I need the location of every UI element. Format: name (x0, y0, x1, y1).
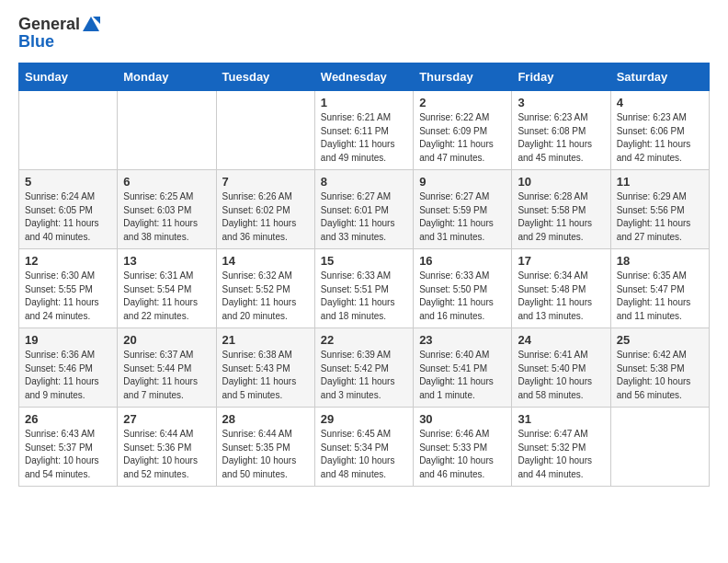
day-number: 16 (419, 254, 506, 268)
header: General Blue (18, 15, 710, 52)
calendar-cell: 12Sunrise: 6:30 AM Sunset: 5:55 PM Dayli… (19, 249, 118, 328)
calendar-cell: 14Sunrise: 6:32 AM Sunset: 5:52 PM Dayli… (216, 249, 314, 328)
calendar-cell: 30Sunrise: 6:46 AM Sunset: 5:33 PM Dayli… (414, 408, 512, 487)
calendar: SundayMondayTuesdayWednesdayThursdayFrid… (18, 63, 710, 487)
day-info: Sunrise: 6:43 AM Sunset: 5:37 PM Dayligh… (25, 428, 111, 481)
calendar-cell: 19Sunrise: 6:36 AM Sunset: 5:46 PM Dayli… (19, 328, 118, 408)
day-number: 30 (419, 412, 506, 426)
day-number: 2 (419, 96, 506, 109)
day-number: 21 (222, 333, 309, 347)
calendar-cell: 13Sunrise: 6:31 AM Sunset: 5:54 PM Dayli… (118, 249, 216, 328)
day-info: Sunrise: 6:37 AM Sunset: 5:44 PM Dayligh… (123, 349, 210, 402)
day-info: Sunrise: 6:35 AM Sunset: 5:47 PM Dayligh… (617, 270, 703, 323)
day-info: Sunrise: 6:27 AM Sunset: 6:01 PM Dayligh… (321, 190, 407, 244)
day-number: 24 (518, 333, 604, 347)
day-number: 4 (617, 96, 703, 109)
day-number: 28 (222, 412, 309, 426)
day-info: Sunrise: 6:33 AM Sunset: 5:51 PM Dayligh… (321, 270, 407, 323)
day-info: Sunrise: 6:40 AM Sunset: 5:41 PM Dayligh… (419, 349, 506, 402)
calendar-cell: 7Sunrise: 6:26 AM Sunset: 6:02 PM Daylig… (216, 170, 314, 249)
day-info: Sunrise: 6:44 AM Sunset: 5:35 PM Dayligh… (222, 428, 309, 481)
calendar-cell: 11Sunrise: 6:29 AM Sunset: 5:56 PM Dayli… (610, 170, 709, 249)
day-number: 1 (321, 96, 407, 109)
calendar-cell: 1Sunrise: 6:21 AM Sunset: 6:11 PM Daylig… (314, 91, 413, 170)
calendar-cell: 27Sunrise: 6:44 AM Sunset: 5:36 PM Dayli… (118, 408, 216, 487)
day-number: 26 (25, 412, 111, 426)
calendar-cell (216, 91, 314, 170)
day-number: 8 (321, 175, 407, 189)
weekday-tuesday: Tuesday (216, 63, 314, 91)
day-info: Sunrise: 6:44 AM Sunset: 5:36 PM Dayligh… (123, 428, 210, 481)
week-row-4: 26Sunrise: 6:43 AM Sunset: 5:37 PM Dayli… (19, 408, 710, 487)
weekday-thursday: Thursday (414, 63, 512, 91)
day-info: Sunrise: 6:38 AM Sunset: 5:43 PM Dayligh… (222, 349, 309, 402)
day-info: Sunrise: 6:24 AM Sunset: 6:05 PM Dayligh… (25, 190, 111, 244)
calendar-cell (19, 91, 118, 170)
calendar-cell: 24Sunrise: 6:41 AM Sunset: 5:40 PM Dayli… (512, 328, 610, 408)
day-info: Sunrise: 6:23 AM Sunset: 6:06 PM Dayligh… (617, 111, 703, 165)
week-row-1: 5Sunrise: 6:24 AM Sunset: 6:05 PM Daylig… (19, 170, 710, 249)
calendar-cell (610, 408, 709, 487)
day-info: Sunrise: 6:27 AM Sunset: 5:59 PM Dayligh… (419, 190, 506, 244)
day-number: 15 (321, 254, 407, 268)
calendar-cell: 15Sunrise: 6:33 AM Sunset: 5:51 PM Dayli… (314, 249, 413, 328)
calendar-cell: 5Sunrise: 6:24 AM Sunset: 6:05 PM Daylig… (19, 170, 118, 249)
day-number: 19 (25, 333, 111, 347)
day-number: 17 (518, 254, 604, 268)
day-number: 25 (617, 333, 703, 347)
calendar-cell: 2Sunrise: 6:22 AM Sunset: 6:09 PM Daylig… (414, 91, 512, 170)
calendar-cell: 22Sunrise: 6:39 AM Sunset: 5:42 PM Dayli… (314, 328, 413, 408)
day-info: Sunrise: 6:31 AM Sunset: 5:54 PM Dayligh… (123, 270, 210, 323)
calendar-cell: 17Sunrise: 6:34 AM Sunset: 5:48 PM Dayli… (512, 249, 610, 328)
page: General Blue SundayMondayTuesdayWednesda… (0, 0, 728, 563)
calendar-cell: 8Sunrise: 6:27 AM Sunset: 6:01 PM Daylig… (314, 170, 413, 249)
day-info: Sunrise: 6:34 AM Sunset: 5:48 PM Dayligh… (518, 270, 604, 323)
logo-blue: Blue (18, 32, 54, 51)
day-info: Sunrise: 6:46 AM Sunset: 5:33 PM Dayligh… (419, 428, 506, 481)
day-number: 9 (419, 175, 506, 189)
day-info: Sunrise: 6:28 AM Sunset: 5:58 PM Dayligh… (518, 190, 604, 244)
day-number: 10 (518, 175, 604, 189)
day-info: Sunrise: 6:30 AM Sunset: 5:55 PM Dayligh… (25, 270, 111, 323)
day-info: Sunrise: 6:21 AM Sunset: 6:11 PM Dayligh… (321, 111, 407, 165)
weekday-header-row: SundayMondayTuesdayWednesdayThursdayFrid… (19, 63, 710, 91)
calendar-cell: 23Sunrise: 6:40 AM Sunset: 5:41 PM Dayli… (414, 328, 512, 408)
week-row-3: 19Sunrise: 6:36 AM Sunset: 5:46 PM Dayli… (19, 328, 710, 408)
calendar-cell: 9Sunrise: 6:27 AM Sunset: 5:59 PM Daylig… (414, 170, 512, 249)
day-number: 11 (617, 175, 703, 189)
day-info: Sunrise: 6:32 AM Sunset: 5:52 PM Dayligh… (222, 270, 309, 323)
day-info: Sunrise: 6:39 AM Sunset: 5:42 PM Dayligh… (321, 349, 407, 402)
day-number: 6 (123, 175, 210, 189)
day-info: Sunrise: 6:42 AM Sunset: 5:38 PM Dayligh… (617, 349, 703, 402)
day-number: 14 (222, 254, 309, 268)
calendar-cell (118, 91, 216, 170)
day-info: Sunrise: 6:25 AM Sunset: 6:03 PM Dayligh… (123, 190, 210, 244)
calendar-cell: 25Sunrise: 6:42 AM Sunset: 5:38 PM Dayli… (610, 328, 709, 408)
day-number: 20 (123, 333, 210, 347)
calendar-cell: 29Sunrise: 6:45 AM Sunset: 5:34 PM Dayli… (314, 408, 413, 487)
day-number: 18 (617, 254, 703, 268)
day-info: Sunrise: 6:47 AM Sunset: 5:32 PM Dayligh… (518, 428, 604, 481)
day-number: 7 (222, 175, 309, 189)
day-number: 13 (123, 254, 210, 268)
week-row-2: 12Sunrise: 6:30 AM Sunset: 5:55 PM Dayli… (19, 249, 710, 328)
logo: General (18, 15, 100, 34)
calendar-cell: 6Sunrise: 6:25 AM Sunset: 6:03 PM Daylig… (118, 170, 216, 249)
weekday-wednesday: Wednesday (314, 63, 413, 91)
logo-area: General Blue (18, 15, 100, 52)
day-number: 31 (518, 412, 604, 426)
day-info: Sunrise: 6:29 AM Sunset: 5:56 PM Dayligh… (617, 190, 703, 244)
weekday-monday: Monday (118, 63, 216, 91)
calendar-cell: 10Sunrise: 6:28 AM Sunset: 5:58 PM Dayli… (512, 170, 610, 249)
calendar-cell: 31Sunrise: 6:47 AM Sunset: 5:32 PM Dayli… (512, 408, 610, 487)
calendar-cell: 18Sunrise: 6:35 AM Sunset: 5:47 PM Dayli… (610, 249, 709, 328)
day-number: 3 (518, 96, 604, 109)
day-info: Sunrise: 6:23 AM Sunset: 6:08 PM Dayligh… (518, 111, 604, 165)
day-info: Sunrise: 6:36 AM Sunset: 5:46 PM Dayligh… (25, 349, 111, 402)
calendar-cell: 26Sunrise: 6:43 AM Sunset: 5:37 PM Dayli… (19, 408, 118, 487)
calendar-cell: 3Sunrise: 6:23 AM Sunset: 6:08 PM Daylig… (512, 91, 610, 170)
calendar-cell: 4Sunrise: 6:23 AM Sunset: 6:06 PM Daylig… (610, 91, 709, 170)
day-info: Sunrise: 6:45 AM Sunset: 5:34 PM Dayligh… (321, 428, 407, 481)
calendar-cell: 21Sunrise: 6:38 AM Sunset: 5:43 PM Dayli… (216, 328, 314, 408)
calendar-cell: 20Sunrise: 6:37 AM Sunset: 5:44 PM Dayli… (118, 328, 216, 408)
